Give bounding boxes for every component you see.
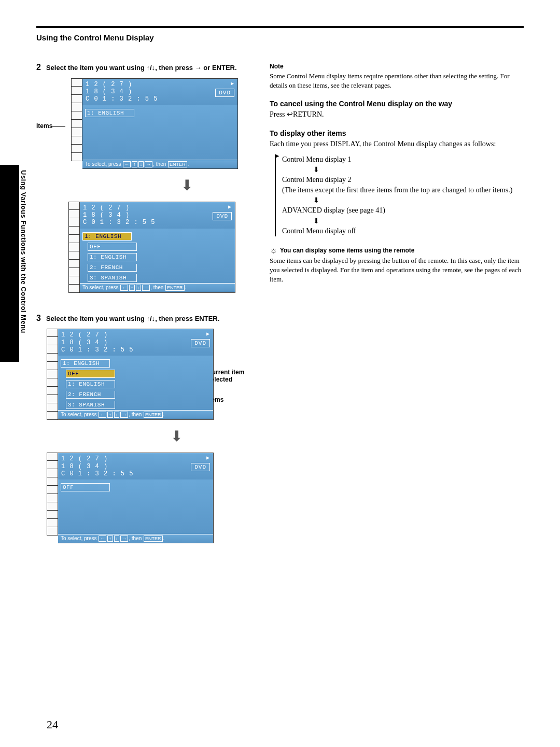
enter-button-icon: ENTER bbox=[168, 161, 187, 167]
osd-footer: To select, press ←↑↓→, then ENTER. bbox=[82, 160, 237, 168]
osd-footer: To select, press ←↑↓→, then ENTER. bbox=[58, 410, 213, 419]
osd-item-french: 2: FRENCH bbox=[88, 264, 137, 272]
osd-header: 1 2 ( 2 7 ) 1 8 ( 3 4 ) C 0 1 : 3 2 : 5 … bbox=[82, 79, 237, 105]
osd-counter-3: C 0 1 : 3 2 : 5 5 bbox=[61, 346, 133, 354]
text-fragment: or ENTER. bbox=[202, 64, 237, 72]
arrow-button-icon: ↓ bbox=[136, 285, 142, 291]
play-icon: ▶ bbox=[215, 81, 234, 87]
step-text: Select the item you want using ↑/↓, then… bbox=[46, 314, 219, 324]
osd-header: 1 2 ( 2 7 ) 1 8 ( 3 4 ) C 0 1 : 3 2 : 5 … bbox=[80, 202, 235, 229]
cancel-body: Press ↩RETURN. bbox=[270, 109, 524, 120]
arrow-button-icon: ↑ bbox=[107, 535, 113, 542]
osd-item-spanish: 3: SPANISH bbox=[88, 274, 137, 282]
osd-header: 1 2 ( 2 7 ) 1 8 ( 3 4 ) C 0 1 : 3 2 : 5 … bbox=[58, 453, 213, 480]
osd-body: 1: ENGLISH OFF 1: ENGLISH 2: FRENCH 3: S… bbox=[58, 356, 213, 410]
osd-item-selected-off: OFF bbox=[66, 370, 115, 378]
arrow-button-icon: ↓ bbox=[138, 161, 144, 167]
rule-line bbox=[36, 26, 524, 28]
step-number: 3 bbox=[36, 314, 41, 324]
arrow-button-icon: ↑ bbox=[132, 161, 137, 167]
osd-item-spanish: 3: SPANISH bbox=[66, 401, 115, 409]
step-text: Select the item you want using ↑/↓, then… bbox=[46, 63, 237, 73]
footer-text: , then bbox=[129, 535, 142, 541]
arrow-button-icon: ← bbox=[120, 285, 128, 291]
dot: . bbox=[185, 285, 187, 290]
tip-heading: You can display some items using the rem… bbox=[280, 247, 415, 254]
arrow-button-icon: → bbox=[120, 412, 128, 418]
text-fragment: , then press bbox=[155, 64, 195, 72]
osd-icon-column bbox=[68, 202, 80, 293]
arrow-button-icon: → bbox=[142, 285, 150, 291]
arrow-button-icon: → bbox=[120, 535, 128, 542]
flow-item-2: Control Menu display 2 bbox=[282, 175, 524, 185]
note-body: Some Control Menu display items require … bbox=[270, 72, 524, 90]
arrow-down-icon: ⬇ bbox=[313, 217, 524, 225]
step-number: 2 bbox=[36, 63, 41, 73]
osd-item-english: 1: ENGLISH bbox=[88, 253, 137, 261]
display-heading: To display other items bbox=[270, 129, 524, 137]
footer-text: , then bbox=[153, 161, 166, 167]
dvd-badge: DVD bbox=[191, 463, 210, 471]
page-number: 24 bbox=[47, 718, 58, 731]
osd-header: 1 2 ( 2 7 ) 1 8 ( 3 4 ) C 0 1 : 3 2 : 5 … bbox=[58, 329, 213, 356]
osd-display-4: 1 2 ( 2 7 ) 1 8 ( 3 4 ) C 0 1 : 3 2 : 5 … bbox=[47, 453, 254, 543]
osd-item-english: 1: ENGLISH bbox=[66, 380, 115, 388]
arrow-button-icon: ← bbox=[123, 161, 131, 167]
osd-item-english: 1: ENGLISH bbox=[61, 359, 110, 368]
osd-item-selected: 1: ENGLISH bbox=[82, 232, 132, 241]
tip-body: Some items can be displayed by pressing … bbox=[270, 256, 524, 285]
dvd-badge: DVD bbox=[213, 212, 232, 220]
arrow-button-icon: ↑ bbox=[129, 285, 135, 291]
flow-item-1: Control Menu display 1 bbox=[282, 154, 524, 165]
dvd-badge: DVD bbox=[191, 339, 210, 347]
flow-item-4: Control Menu display off bbox=[282, 226, 524, 236]
footer-text: , then bbox=[129, 412, 142, 417]
osd-counter-3: C 0 1 : 3 2 : 5 5 bbox=[86, 95, 158, 103]
text-fragment: Select the item you want using bbox=[46, 315, 147, 322]
bulb-icon: ☼ bbox=[270, 246, 277, 255]
current-item-label: Current item selected bbox=[207, 369, 259, 383]
osd-icon-column bbox=[47, 329, 58, 420]
arrow-down-icon: ⬇ bbox=[313, 196, 524, 204]
left-column: 2 Select the item you want using ↑/↓, th… bbox=[36, 63, 254, 551]
osd-counter-1: 1 2 ( 2 7 ) bbox=[61, 331, 133, 339]
step-3: 3 Select the item you want using ↑/↓, th… bbox=[36, 314, 254, 324]
osd-counter-3: C 0 1 : 3 2 : 5 5 bbox=[83, 219, 155, 226]
display-body: Each time you press DISPLAY, the Control… bbox=[270, 139, 524, 149]
arrow-button-icon: ↓ bbox=[114, 412, 120, 418]
items-label: Items bbox=[36, 78, 55, 130]
dot: . bbox=[188, 161, 189, 167]
arrow-button-icon: → bbox=[145, 161, 152, 167]
up-down-icon: ↑/↓ bbox=[147, 315, 156, 322]
osd-item-french: 2: FRENCH bbox=[66, 391, 115, 399]
osd-display-1: Items 1 2 ( 2 7 ) 1 8 ( 3 4 ) C 0 1 : 3 … bbox=[36, 78, 254, 169]
arrow-button-icon: ← bbox=[99, 535, 106, 542]
footer-text: To select, press bbox=[82, 285, 118, 290]
items-label-2: Items bbox=[207, 396, 259, 403]
text-fragment: Select the item you want using bbox=[46, 64, 147, 72]
cancel-heading: To cancel using the Control Menu display… bbox=[270, 100, 524, 108]
flow-item-2b: (The items except the first three items … bbox=[282, 185, 524, 195]
note-heading: Note bbox=[270, 63, 524, 70]
osd-counter-1: 1 2 ( 2 7 ) bbox=[83, 204, 155, 212]
osd-counter-3: C 0 1 : 3 2 : 5 5 bbox=[61, 470, 133, 477]
osd-item-off: OFF bbox=[88, 243, 137, 251]
dot: . bbox=[163, 412, 165, 417]
osd-counter-1: 1 2 ( 2 7 ) bbox=[86, 81, 158, 88]
osd-body: 1: ENGLISH bbox=[82, 105, 237, 160]
right-column: Note Some Control Menu display items req… bbox=[270, 63, 524, 551]
footer-text: To select, press bbox=[61, 412, 96, 417]
footer-text: To select, press bbox=[61, 535, 96, 541]
flow-diagram: ▶ Control Menu display 1 ⬇ Control Menu … bbox=[275, 154, 524, 236]
play-icon: ▶ bbox=[213, 204, 232, 210]
arrow-down-icon: ⬇ bbox=[313, 165, 524, 174]
osd-counter-2: 1 8 ( 3 4 ) bbox=[61, 339, 133, 346]
footer-text: To select, press bbox=[85, 161, 121, 167]
arrow-down-icon: ⬇ bbox=[119, 177, 254, 194]
osd-icon-column bbox=[71, 78, 82, 169]
dot: . bbox=[163, 535, 165, 541]
osd-item-english: 1: ENGLISH bbox=[85, 109, 134, 117]
flow-item-3: ADVANCED display (see page 41) bbox=[282, 205, 524, 216]
osd-body: OFF bbox=[58, 480, 213, 534]
up-down-icon: ↑/↓ bbox=[147, 64, 156, 72]
